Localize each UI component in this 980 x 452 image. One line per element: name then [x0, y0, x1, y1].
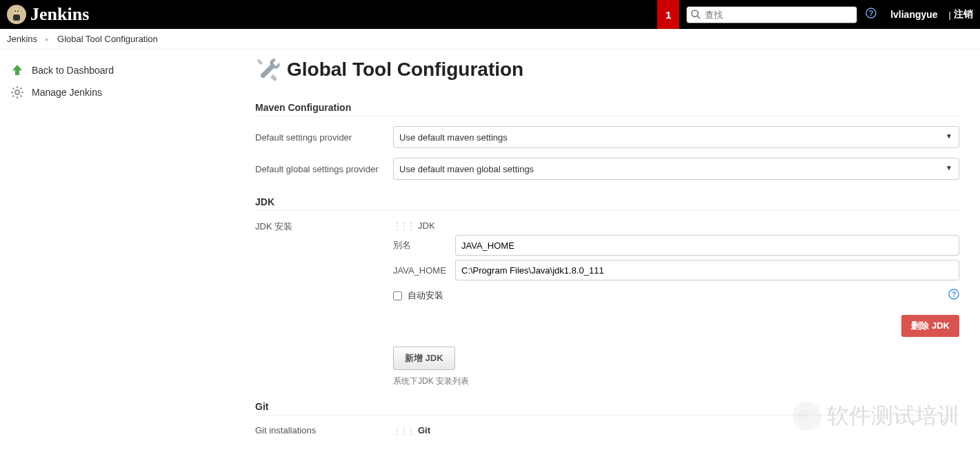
- form-label: JDK 安装: [255, 220, 379, 233]
- jdk-entry-header: ⋮⋮⋮ JDK: [393, 220, 959, 231]
- maven-default-settings-row: Default settings provider Use default ma…: [255, 126, 959, 148]
- default-settings-select[interactable]: Use default maven settings: [393, 126, 959, 148]
- help-icon[interactable]: ?: [948, 289, 959, 302]
- sidebar-item-back[interactable]: Back to Dashboard: [7, 59, 200, 81]
- global-settings-select[interactable]: Use default maven global settings: [393, 158, 959, 180]
- watermark: 软件测试培训: [792, 401, 959, 431]
- form-label: Default global settings provider: [255, 164, 379, 174]
- logo[interactable]: Jenkins: [7, 4, 89, 25]
- page-title: Global Tool Configuration: [287, 59, 523, 81]
- auto-install-row: 自动安装 ?: [393, 289, 959, 302]
- svg-line-5: [697, 16, 700, 19]
- svg-point-8: [15, 90, 19, 94]
- watermark-text: 软件测试培训: [827, 401, 959, 431]
- svg-text:?: ?: [952, 290, 957, 298]
- logout-link[interactable]: 注销: [954, 8, 973, 21]
- svg-point-3: [17, 10, 19, 12]
- alias-label: 别名: [393, 239, 450, 251]
- svg-line-16: [21, 88, 22, 90]
- breadcrumb-item-jenkins[interactable]: Jenkins: [7, 34, 37, 44]
- svg-rect-1: [13, 14, 20, 21]
- git-heading: Git: [418, 425, 430, 435]
- drag-handle-icon[interactable]: ⋮⋮⋮: [393, 426, 414, 435]
- search-icon: [690, 9, 701, 21]
- svg-line-15: [13, 96, 14, 97]
- page-title-row: Global Tool Configuration: [255, 56, 959, 83]
- jdk-heading: JDK: [418, 220, 435, 231]
- jdk-install-row: JDK 安装 ⋮⋮⋮ JDK 别名 JAVA_HOME 自动安装: [255, 220, 959, 387]
- header-divider: |: [949, 10, 951, 20]
- jdk-home-row: JAVA_HOME: [393, 260, 959, 280]
- up-arrow-icon: [10, 63, 25, 78]
- drag-handle-icon[interactable]: ⋮⋮⋮: [393, 221, 414, 231]
- svg-point-4: [692, 10, 698, 16]
- help-icon[interactable]: ?: [866, 8, 877, 21]
- sidebar-item-label: Back to Dashboard: [32, 65, 114, 76]
- sidebar: Back to Dashboard Manage Jenkins: [0, 50, 207, 452]
- breadcrumb: Jenkins ▸ Global Tool Configuration: [0, 29, 980, 50]
- svg-point-2: [14, 10, 16, 12]
- maven-global-settings-row: Default global settings provider Use def…: [255, 158, 959, 180]
- search-container: [686, 6, 857, 23]
- wechat-icon: [792, 402, 821, 431]
- jdk-alias-row: 别名: [393, 235, 959, 256]
- form-label: Git installations: [255, 425, 379, 435]
- auto-install-label: 自动安装: [408, 289, 443, 302]
- delete-jdk-button[interactable]: 删除 JDK: [901, 315, 959, 337]
- section-jdk-heading: JDK: [255, 196, 959, 211]
- tools-icon: [255, 56, 281, 83]
- auto-install-checkbox[interactable]: [393, 291, 402, 300]
- section-maven-heading: Maven Configuration: [255, 102, 959, 116]
- svg-text:?: ?: [869, 9, 874, 17]
- svg-point-20: [806, 414, 815, 422]
- chevron-right-icon: ▸: [46, 35, 49, 43]
- jdk-alias-input[interactable]: [455, 235, 959, 256]
- jdk-list-helper: 系统下JDK 安装列表: [393, 376, 959, 387]
- content-area: Global Tool Configuration Maven Configur…: [207, 50, 980, 452]
- java-home-input[interactable]: [455, 260, 959, 280]
- top-header: Jenkins 1 ? lvliangyue | 注销: [0, 0, 980, 29]
- sidebar-item-manage[interactable]: Manage Jenkins: [7, 81, 200, 103]
- add-jdk-button[interactable]: 新增 JDK: [393, 347, 455, 370]
- svg-line-14: [21, 96, 22, 97]
- username-link[interactable]: lvliangyue: [890, 9, 937, 20]
- java-home-label: JAVA_HOME: [393, 265, 450, 276]
- breadcrumb-item-current[interactable]: Global Tool Configuration: [57, 34, 158, 44]
- svg-point-0: [13, 8, 20, 15]
- main-layout: Back to Dashboard Manage Jenkins Global …: [0, 50, 980, 452]
- notification-badge[interactable]: 1: [657, 0, 679, 29]
- sidebar-item-label: Manage Jenkins: [32, 87, 102, 98]
- form-label: Default settings provider: [255, 132, 379, 143]
- gear-icon: [10, 85, 25, 100]
- logo-text: Jenkins: [30, 4, 89, 25]
- jenkins-logo-icon: [7, 5, 26, 24]
- svg-line-13: [13, 88, 14, 90]
- search-input[interactable]: [686, 6, 857, 23]
